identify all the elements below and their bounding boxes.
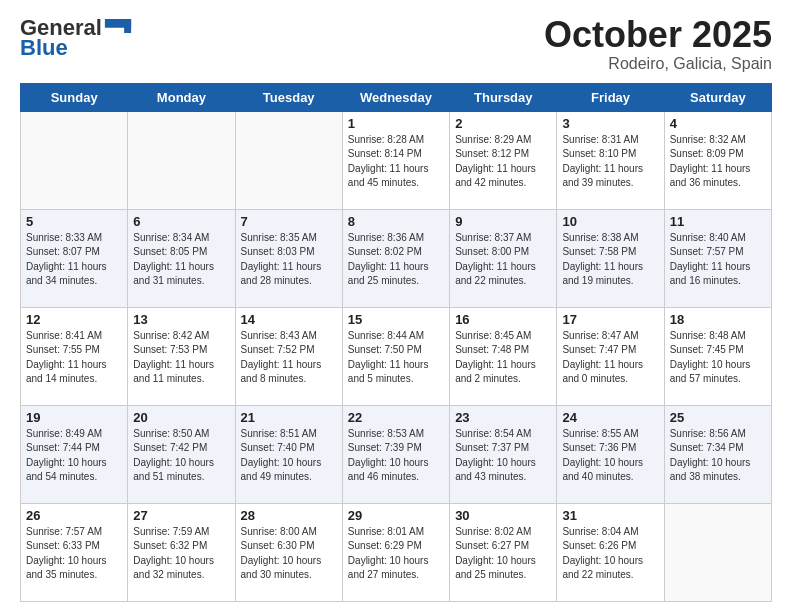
day-number: 9 — [455, 214, 551, 229]
table-row: 20Sunrise: 8:50 AMSunset: 7:42 PMDayligh… — [128, 405, 235, 503]
daylight-text: Daylight: 10 hours and 32 minutes. — [133, 555, 214, 581]
header: General Blue October 2025 Rodeiro, Galic… — [20, 15, 772, 73]
sunrise-text: Sunrise: 8:38 AM — [562, 232, 638, 243]
day-number: 5 — [26, 214, 122, 229]
table-row — [664, 503, 771, 601]
day-number: 8 — [348, 214, 444, 229]
table-row: 12Sunrise: 8:41 AMSunset: 7:55 PMDayligh… — [21, 307, 128, 405]
day-info: Sunrise: 8:53 AMSunset: 7:39 PMDaylight:… — [348, 427, 444, 485]
day-number: 26 — [26, 508, 122, 523]
table-row: 30Sunrise: 8:02 AMSunset: 6:27 PMDayligh… — [450, 503, 557, 601]
day-number: 3 — [562, 116, 658, 131]
day-number: 24 — [562, 410, 658, 425]
day-info: Sunrise: 8:51 AMSunset: 7:40 PMDaylight:… — [241, 427, 337, 485]
daylight-text: Daylight: 10 hours and 57 minutes. — [670, 359, 751, 385]
daylight-text: Daylight: 10 hours and 30 minutes. — [241, 555, 322, 581]
day-info: Sunrise: 8:02 AMSunset: 6:27 PMDaylight:… — [455, 525, 551, 583]
day-number: 19 — [26, 410, 122, 425]
sunrise-text: Sunrise: 8:01 AM — [348, 526, 424, 537]
day-info: Sunrise: 8:34 AMSunset: 8:05 PMDaylight:… — [133, 231, 229, 289]
daylight-text: Daylight: 11 hours and 0 minutes. — [562, 359, 643, 385]
sunset-text: Sunset: 7:36 PM — [562, 442, 636, 453]
day-info: Sunrise: 8:29 AMSunset: 8:12 PMDaylight:… — [455, 133, 551, 191]
sunrise-text: Sunrise: 8:51 AM — [241, 428, 317, 439]
daylight-text: Daylight: 11 hours and 2 minutes. — [455, 359, 536, 385]
sunset-text: Sunset: 7:52 PM — [241, 344, 315, 355]
calendar-week-row: 5Sunrise: 8:33 AMSunset: 8:07 PMDaylight… — [21, 209, 772, 307]
sunrise-text: Sunrise: 8:02 AM — [455, 526, 531, 537]
col-thursday: Thursday — [450, 83, 557, 111]
table-row: 3Sunrise: 8:31 AMSunset: 8:10 PMDaylight… — [557, 111, 664, 209]
sunset-text: Sunset: 6:33 PM — [26, 540, 100, 551]
sunrise-text: Sunrise: 8:56 AM — [670, 428, 746, 439]
day-number: 28 — [241, 508, 337, 523]
day-info: Sunrise: 8:50 AMSunset: 7:42 PMDaylight:… — [133, 427, 229, 485]
sunrise-text: Sunrise: 8:37 AM — [455, 232, 531, 243]
daylight-text: Daylight: 11 hours and 22 minutes. — [455, 261, 536, 287]
daylight-text: Daylight: 11 hours and 14 minutes. — [26, 359, 107, 385]
col-sunday: Sunday — [21, 83, 128, 111]
page-title: October 2025 — [544, 15, 772, 55]
col-wednesday: Wednesday — [342, 83, 449, 111]
day-info: Sunrise: 8:47 AMSunset: 7:47 PMDaylight:… — [562, 329, 658, 387]
calendar-week-row: 12Sunrise: 8:41 AMSunset: 7:55 PMDayligh… — [21, 307, 772, 405]
daylight-text: Daylight: 10 hours and 27 minutes. — [348, 555, 429, 581]
page: General Blue October 2025 Rodeiro, Galic… — [0, 0, 792, 612]
day-number: 12 — [26, 312, 122, 327]
table-row: 22Sunrise: 8:53 AMSunset: 7:39 PMDayligh… — [342, 405, 449, 503]
sunset-text: Sunset: 7:45 PM — [670, 344, 744, 355]
day-number: 16 — [455, 312, 551, 327]
sunrise-text: Sunrise: 8:29 AM — [455, 134, 531, 145]
daylight-text: Daylight: 10 hours and 38 minutes. — [670, 457, 751, 483]
logo: General Blue — [20, 15, 132, 61]
day-info: Sunrise: 8:40 AMSunset: 7:57 PMDaylight:… — [670, 231, 766, 289]
sunrise-text: Sunrise: 8:41 AM — [26, 330, 102, 341]
daylight-text: Daylight: 11 hours and 42 minutes. — [455, 163, 536, 189]
col-friday: Friday — [557, 83, 664, 111]
day-info: Sunrise: 8:04 AMSunset: 6:26 PMDaylight:… — [562, 525, 658, 583]
sunset-text: Sunset: 7:48 PM — [455, 344, 529, 355]
table-row: 2Sunrise: 8:29 AMSunset: 8:12 PMDaylight… — [450, 111, 557, 209]
table-row: 13Sunrise: 8:42 AMSunset: 7:53 PMDayligh… — [128, 307, 235, 405]
sunset-text: Sunset: 7:50 PM — [348, 344, 422, 355]
day-number: 6 — [133, 214, 229, 229]
calendar-table: Sunday Monday Tuesday Wednesday Thursday… — [20, 83, 772, 602]
table-row: 24Sunrise: 8:55 AMSunset: 7:36 PMDayligh… — [557, 405, 664, 503]
day-info: Sunrise: 8:54 AMSunset: 7:37 PMDaylight:… — [455, 427, 551, 485]
table-row: 8Sunrise: 8:36 AMSunset: 8:02 PMDaylight… — [342, 209, 449, 307]
sunrise-text: Sunrise: 8:50 AM — [133, 428, 209, 439]
sunset-text: Sunset: 8:14 PM — [348, 148, 422, 159]
daylight-text: Daylight: 10 hours and 40 minutes. — [562, 457, 643, 483]
day-info: Sunrise: 8:49 AMSunset: 7:44 PMDaylight:… — [26, 427, 122, 485]
col-saturday: Saturday — [664, 83, 771, 111]
sunrise-text: Sunrise: 8:53 AM — [348, 428, 424, 439]
daylight-text: Daylight: 10 hours and 43 minutes. — [455, 457, 536, 483]
table-row — [128, 111, 235, 209]
sunset-text: Sunset: 8:07 PM — [26, 246, 100, 257]
sunset-text: Sunset: 7:55 PM — [26, 344, 100, 355]
sunset-text: Sunset: 7:39 PM — [348, 442, 422, 453]
day-number: 18 — [670, 312, 766, 327]
sunrise-text: Sunrise: 8:43 AM — [241, 330, 317, 341]
day-info: Sunrise: 8:31 AMSunset: 8:10 PMDaylight:… — [562, 133, 658, 191]
daylight-text: Daylight: 11 hours and 45 minutes. — [348, 163, 429, 189]
sunset-text: Sunset: 6:32 PM — [133, 540, 207, 551]
calendar-week-row: 19Sunrise: 8:49 AMSunset: 7:44 PMDayligh… — [21, 405, 772, 503]
day-number: 11 — [670, 214, 766, 229]
day-number: 14 — [241, 312, 337, 327]
title-block: October 2025 Rodeiro, Galicia, Spain — [544, 15, 772, 73]
table-row: 15Sunrise: 8:44 AMSunset: 7:50 PMDayligh… — [342, 307, 449, 405]
sunrise-text: Sunrise: 8:49 AM — [26, 428, 102, 439]
daylight-text: Daylight: 10 hours and 51 minutes. — [133, 457, 214, 483]
sunset-text: Sunset: 8:12 PM — [455, 148, 529, 159]
table-row: 21Sunrise: 8:51 AMSunset: 7:40 PMDayligh… — [235, 405, 342, 503]
sunset-text: Sunset: 7:34 PM — [670, 442, 744, 453]
logo-flag-icon — [104, 19, 132, 33]
sunrise-text: Sunrise: 8:42 AM — [133, 330, 209, 341]
day-number: 17 — [562, 312, 658, 327]
daylight-text: Daylight: 11 hours and 34 minutes. — [26, 261, 107, 287]
sunset-text: Sunset: 7:58 PM — [562, 246, 636, 257]
day-info: Sunrise: 8:48 AMSunset: 7:45 PMDaylight:… — [670, 329, 766, 387]
table-row: 26Sunrise: 7:57 AMSunset: 6:33 PMDayligh… — [21, 503, 128, 601]
sunrise-text: Sunrise: 8:45 AM — [455, 330, 531, 341]
